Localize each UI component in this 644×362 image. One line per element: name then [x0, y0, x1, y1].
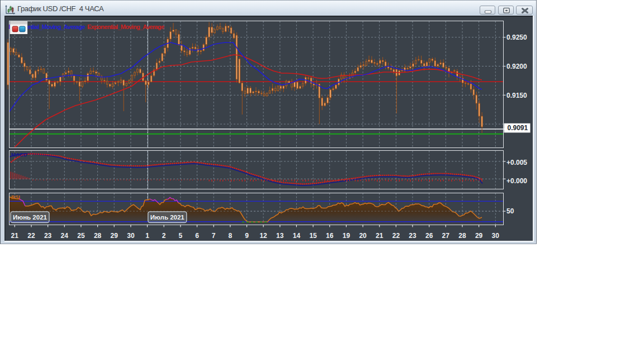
svg-text:Exponential_Moving_Average: Exponential_Moving_Average	[87, 23, 164, 30]
svg-text:Июнь 2021: Июнь 2021	[13, 214, 47, 221]
svg-text:14: 14	[293, 232, 301, 240]
svg-text:22: 22	[392, 232, 400, 240]
svg-text:7: 7	[212, 232, 216, 240]
svg-text:6: 6	[195, 232, 199, 240]
svg-text:8: 8	[228, 232, 232, 240]
svg-text:50: 50	[506, 207, 514, 215]
svg-text:0.9091: 0.9091	[508, 124, 528, 132]
svg-text:21: 21	[11, 232, 19, 240]
svg-text:22: 22	[27, 232, 35, 240]
svg-text:12: 12	[259, 232, 267, 240]
svg-text:29: 29	[111, 232, 119, 240]
svg-text:15: 15	[309, 232, 317, 240]
svg-text:0.9200: 0.9200	[506, 63, 527, 70]
svg-text:5: 5	[179, 232, 183, 240]
svg-text:26: 26	[425, 232, 433, 240]
svg-text:0.9150: 0.9150	[506, 92, 527, 99]
svg-text:28: 28	[94, 232, 102, 240]
svg-text:2: 2	[162, 232, 166, 240]
svg-text:RSI: RSI	[11, 194, 20, 200]
svg-text:+0.005: +0.005	[506, 159, 527, 166]
svg-text:30: 30	[127, 232, 135, 240]
svg-text:23: 23	[409, 232, 416, 240]
svg-text:29: 29	[475, 232, 483, 240]
svg-text:1: 1	[145, 232, 149, 240]
svg-text:20: 20	[359, 232, 367, 240]
svg-text:21: 21	[376, 232, 383, 240]
svg-text:30: 30	[492, 232, 500, 240]
svg-text:13: 13	[276, 232, 284, 240]
svg-text:28: 28	[458, 232, 466, 240]
svg-text:16: 16	[326, 232, 334, 240]
svg-text:+0.000: +0.000	[506, 177, 527, 185]
svg-text:9: 9	[245, 232, 249, 240]
svg-text:0.9250: 0.9250	[506, 34, 527, 41]
svg-text:MACD: MACD	[11, 151, 27, 158]
svg-text:Июль 2021: Июль 2021	[150, 214, 185, 221]
svg-text:27: 27	[442, 232, 450, 240]
svg-text:24: 24	[61, 232, 69, 240]
svg-text:23: 23	[44, 232, 52, 240]
svg-text:19: 19	[343, 232, 351, 240]
svg-text:25: 25	[77, 232, 85, 240]
